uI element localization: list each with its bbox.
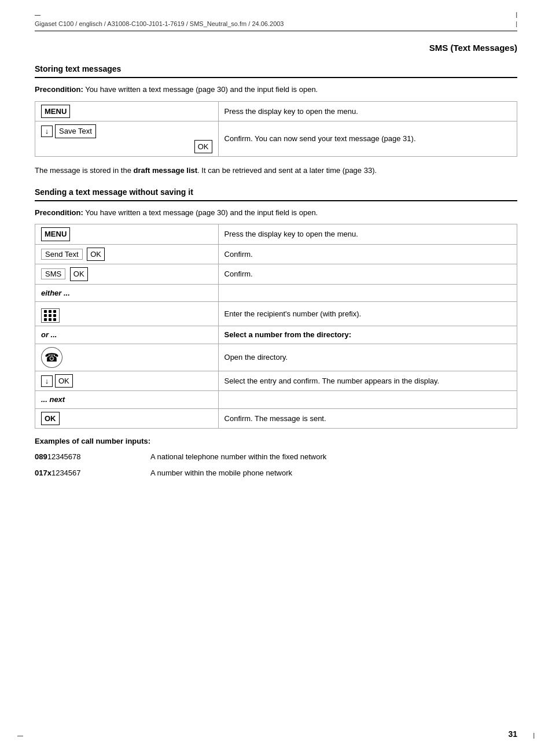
- menu-key2: MENU: [41, 227, 70, 241]
- next-cell: ... next: [35, 391, 219, 409]
- header-separator: |: [516, 20, 517, 27]
- send-text-label: Send Text: [41, 249, 83, 260]
- or-cell: or ...: [35, 326, 219, 344]
- page: — | Gigaset C100 / englisch / A31008-C10…: [0, 0, 552, 756]
- or-desc: Select a number from the directory:: [218, 326, 517, 344]
- ok-final: OK: [41, 412, 60, 426]
- table-row: MENU Press the display key to open the m…: [35, 101, 517, 121]
- step1-key: MENU: [35, 101, 219, 121]
- s2-step1-key: MENU: [35, 224, 219, 245]
- table-row: Send Text OK Confirm.: [35, 244, 517, 264]
- save-text-row: ↓ Save Text: [41, 124, 212, 138]
- ok-key: OK: [194, 140, 212, 154]
- table-row: MENU Press the display key to open the m…: [35, 224, 517, 245]
- ok-cell: OK: [35, 408, 219, 429]
- table-row: or ... Select a number from the director…: [35, 326, 517, 344]
- table-row: Enter the recipient's number (with prefi…: [35, 302, 517, 326]
- sms-label: SMS: [41, 268, 65, 279]
- table-row: ☎ Open the directory.: [35, 344, 517, 371]
- header-text: Gigaset C100 / englisch / A31008-C100-J1…: [35, 20, 284, 27]
- precondition2-label: Precondition:: [35, 208, 83, 217]
- precondition-text: You have written a text message (page 30…: [83, 85, 318, 94]
- footer-marks: — |: [0, 732, 552, 739]
- table-row: ... next: [35, 391, 517, 409]
- section1-steps-table: MENU Press the display key to open the m…: [35, 101, 517, 157]
- example-number-2: 017x1234567: [35, 467, 150, 479]
- example-bold-2: 017x: [35, 469, 51, 477]
- next-desc: [218, 391, 517, 409]
- example-row-2: 017x1234567 A number within the mobile p…: [35, 467, 517, 479]
- section2-steps-table: MENU Press the display key to open the m…: [35, 224, 517, 429]
- examples-title: Examples of call number inputs:: [35, 437, 517, 445]
- step2-key: ↓ Save Text OK: [35, 121, 219, 157]
- table-row: OK Confirm. The message is sent.: [35, 408, 517, 429]
- example-regular-1: 12345678: [47, 452, 81, 461]
- top-left-mark: —: [35, 12, 41, 18]
- precondition-label: Precondition:: [35, 85, 83, 94]
- step2-desc: Confirm. You can now send your text mess…: [218, 121, 517, 157]
- arrow-down-icon2: ↓: [41, 375, 53, 387]
- table-row: SMS OK Confirm.: [35, 264, 517, 285]
- s2-step2-desc: Confirm.: [218, 244, 517, 264]
- section2-rule: [35, 200, 517, 201]
- precondition2-text: You have written a text message (page 30…: [83, 208, 318, 217]
- section2-precondition: Precondition: You have written a text me…: [35, 207, 517, 219]
- arrow-ok-cell: ↓ OK: [35, 371, 219, 391]
- page-title: SMS (Text Messages): [35, 43, 517, 53]
- section1-title: Storing text messages: [35, 64, 517, 73]
- ok-key3: OK: [70, 267, 88, 281]
- phonebook-desc: Open the directory.: [218, 344, 517, 371]
- ok-key2: OK: [87, 248, 105, 261]
- arrow-ok-group: ↓ OK: [41, 374, 212, 388]
- phonebook-icon: ☎: [41, 347, 62, 368]
- arrow-down-icon: ↓: [41, 126, 53, 137]
- top-right-mark: |: [516, 12, 517, 18]
- example-bold-1: 089: [35, 452, 47, 461]
- keypad-desc: Enter the recipient's number (with prefi…: [218, 302, 517, 326]
- arrow-ok-desc: Select the entry and confirm. The number…: [218, 371, 517, 391]
- keypad-cell: [35, 302, 219, 326]
- phonebook-cell: ☎: [35, 344, 219, 371]
- example-number-1: 08912345678: [35, 451, 150, 463]
- table-row: either ...: [35, 284, 517, 302]
- example-regular-2: 1234567: [51, 469, 81, 477]
- footer-right-mark: |: [533, 732, 535, 739]
- either-desc: [218, 284, 517, 302]
- table-row: ↓ OK Select the entry and confirm. The n…: [35, 371, 517, 391]
- example-desc-1: A national telephone number within the f…: [150, 451, 517, 463]
- s2-step1-desc: Press the display key to open the menu.: [218, 224, 517, 245]
- save-text-label: Save Text: [55, 124, 96, 138]
- s2-step2-key: Send Text OK: [35, 244, 219, 264]
- s2-step3-key: SMS OK: [35, 264, 219, 285]
- header-marks: — |: [35, 12, 517, 18]
- step1-desc: Press the display key to open the menu.: [218, 101, 517, 121]
- s2-step3-desc: Confirm.: [218, 264, 517, 285]
- table-row: ↓ Save Text OK Confirm. You can now send…: [35, 121, 517, 157]
- ok-desc: Confirm. The message is sent.: [218, 408, 517, 429]
- example-row-1: 08912345678 A national telephone number …: [35, 451, 517, 463]
- ok-key4: OK: [55, 374, 73, 388]
- menu-key: MENU: [41, 105, 70, 119]
- header-bar: Gigaset C100 / englisch / A31008-C100-J1…: [35, 20, 517, 31]
- section1-precondition: Precondition: You have written a text me…: [35, 84, 517, 95]
- footer-left-mark: —: [17, 732, 23, 739]
- section2-title: Sending a text message without saving it: [35, 187, 517, 197]
- keypad-icon: [41, 308, 60, 323]
- body-text: The message is stored in the draft messa…: [35, 165, 517, 177]
- section1-rule: [35, 77, 517, 78]
- either-cell: either ...: [35, 284, 219, 302]
- example-desc-2: A number within the mobile phone network: [150, 467, 517, 479]
